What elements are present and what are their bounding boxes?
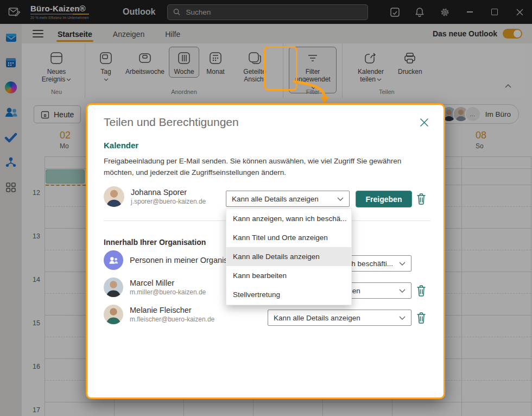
share-row-marcel: Marcel Miller m.miller@buero-kaizen.de — [104, 278, 206, 297]
avatar — [104, 278, 123, 297]
permission-dropdown-menu: Kann anzeigen, wann ich beschä... Kann T… — [226, 209, 352, 305]
dialog-close-icon[interactable] — [420, 118, 430, 129]
permission-value: Kann alle Details anzeigen — [274, 314, 360, 322]
permission-select-owner[interactable]: Kann alle Details anzeigen — [226, 191, 350, 207]
share-permissions-dialog: Teilen und Berechtigungen Kalender Freig… — [86, 103, 445, 399]
organization-people-icon — [104, 250, 123, 270]
chevron-down-icon — [395, 314, 406, 322]
permission-value: Kann alle Details anzeigen — [232, 195, 319, 203]
permission-select-melanie[interactable]: Kann alle Details anzeigen — [268, 310, 411, 326]
outlook-window: Büro-Kaizen® 20 % mehr Effizienz im Unte… — [0, 0, 532, 416]
avatar — [104, 305, 123, 324]
share-row-melanie: Melanie Fleischer m.fleischer@buero-kaiz… — [104, 305, 214, 324]
person-email: m.fleischer@buero-kaizen.de — [130, 316, 214, 324]
chevron-down-icon — [395, 287, 406, 295]
person-name: Johanna Sporer — [131, 187, 206, 197]
calendar-section-heading: Kalender — [104, 141, 138, 150]
person-email: m.miller@buero-kaizen.de — [130, 288, 206, 297]
person-name: Melanie Fleischer — [130, 305, 214, 315]
share-button[interactable]: Freigeben — [356, 191, 412, 207]
menu-item-busy[interactable]: Kann anzeigen, wann ich beschä... — [226, 209, 351, 228]
menu-item-edit[interactable]: Kann bearbeiten — [226, 266, 351, 285]
chevron-down-icon — [395, 260, 406, 268]
menu-item-titles-locations[interactable]: Kann Titel und Orte anzeigen — [226, 228, 351, 247]
share-row-owner: Johanna Sporer j.sporer@buero-kaizen.de — [104, 186, 206, 207]
person-name: Marcel Miller — [130, 278, 206, 288]
org-section-heading: Innerhalb Ihrer Organisation — [104, 238, 206, 247]
share-row-organization: Personen in meiner Organisation — [104, 250, 245, 270]
chevron-down-icon — [333, 195, 344, 203]
person-email: j.sporer@buero-kaizen.de — [131, 198, 206, 206]
delete-trash-icon[interactable] — [416, 285, 427, 297]
avatar — [104, 186, 124, 207]
dialog-title: Teilen und Berechtigungen — [104, 116, 239, 129]
delete-trash-icon[interactable] — [416, 193, 427, 205]
menu-item-delegate[interactable]: Stellvertretung — [226, 285, 351, 304]
dialog-description: Freigabeeinladung per E-Mail senden. Sie… — [104, 156, 432, 179]
delete-trash-icon[interactable] — [416, 312, 427, 324]
menu-item-all-details[interactable]: Kann alle Details anzeigen — [226, 247, 351, 266]
